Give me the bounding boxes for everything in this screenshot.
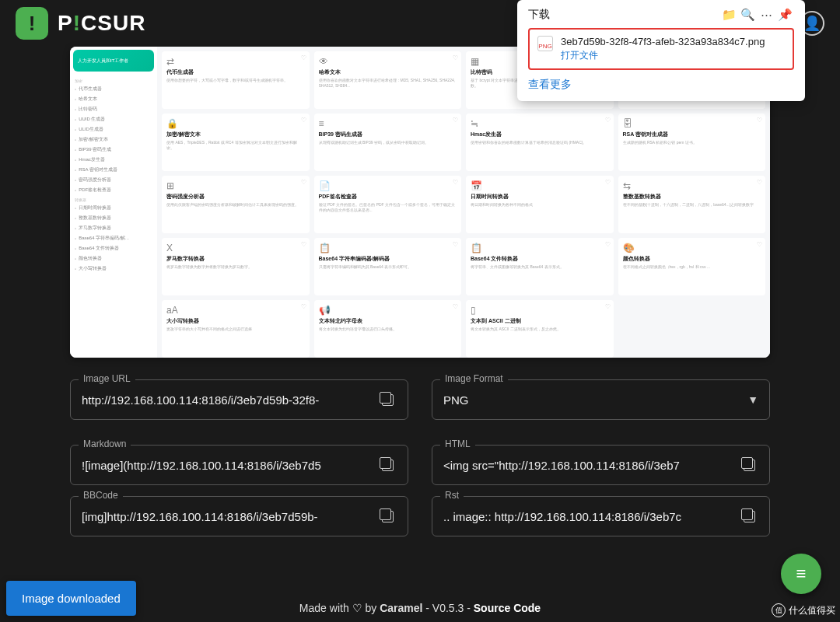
copy-button[interactable]	[378, 456, 397, 474]
preview-card: ♡▯文本到 ASCII 二进制将文本转换为其 ASCII 二进制表示形式，反之亦…	[466, 300, 614, 358]
heart-icon: ♡	[757, 179, 762, 186]
field-label: Markdown	[79, 439, 131, 449]
field-label: HTML	[440, 439, 475, 449]
image-format-value: PNG	[443, 393, 747, 407]
preview-side-item: ULID生成器	[73, 124, 154, 135]
heart-icon: ♡	[757, 241, 762, 248]
copy-button[interactable]	[378, 507, 397, 526]
preview-side-item: 代币生成器	[73, 84, 154, 94]
preview-card: ♡⇆整数基数转换器在不同的基数(十进制，十六进制，二进制，八进制，base64.…	[618, 176, 766, 233]
preview-side-item: 整数基数转换器	[73, 213, 154, 223]
preview-card: ♡📄PDF签名检查器验证 PDF 文件的签名。已签名的 PDF 文件包含一个或多…	[314, 176, 462, 233]
preview-card: ♡👁哈希文本使用你喜欢的函数对文本字符串进行哈希处理：MD5, SHA1, SH…	[314, 51, 462, 109]
download-popup: 下载 📁 🔍 ⋯ 📌 PNG 3eb7d59b-32f8-47f3-afeb-3…	[517, 0, 805, 101]
field-label: BBCode	[79, 490, 123, 501]
copy-button[interactable]	[740, 507, 758, 526]
snackbar: Image downloaded	[6, 581, 136, 616]
preview-card: ♡📅日期时间转换器将日期和时间转换为各种不同的格式	[466, 176, 614, 233]
heart-icon: ♡	[301, 54, 306, 61]
preview-card: ♡X罗马数字转换器将罗马数字转换为数字并将数字转换为罗马数字。	[162, 238, 310, 295]
footer-author: Caramel	[380, 602, 422, 614]
heart-icon: ♡	[352, 602, 362, 614]
bbcode-value[interactable]: [img]http://192.168.100.114:8186/i/3eb7d…	[82, 510, 378, 523]
image-format-field[interactable]: Image Format PNG ▼	[432, 379, 770, 420]
preview-side-item: 比特密码	[73, 104, 154, 114]
download-popup-title: 下载	[528, 8, 719, 22]
image-url-value[interactable]: http://192.168.100.114:8186/i/3eb7d59b-3…	[82, 393, 378, 407]
heart-icon: ♡	[453, 117, 458, 124]
html-field: HTML <img src="http://192.168.100.114:81…	[432, 445, 770, 485]
field-label: Image Format	[440, 373, 508, 384]
pin-icon[interactable]: 📌	[775, 8, 794, 22]
open-file-link[interactable]: 打开文件	[561, 49, 765, 62]
preview-side-item: Base64 字符串编码/解...	[73, 233, 154, 243]
heart-icon: ♡	[453, 241, 458, 248]
preview-card: ♡⇄代币生成器使用你想要的字符，大写或小写字母，数字和/或符号生成随机字符串。	[162, 51, 310, 109]
heart-icon: ♡	[301, 241, 306, 248]
preview-side-item: Base64 文件转换器	[73, 243, 154, 253]
watermark: 值 什么值得买	[772, 603, 835, 617]
download-filename: 3eb7d59b-32f8-47f3-afeb-323a93a834c7.png	[561, 36, 765, 47]
preview-card: ♡≡BIP39 密码生成器从现有或随机助记词生成 BIP39 密码，或从密码中获…	[314, 114, 462, 171]
share-fields: Image URL http://192.168.100.114:8186/i/…	[70, 365, 770, 536]
file-type-icon: PNG	[537, 36, 553, 51]
chevron-down-icon[interactable]: ▼	[747, 393, 758, 406]
preview-sidebar: 人力开发人員和IT工作者 加密代币生成器哈希文本比特密码UUID 生成器ULID…	[70, 47, 157, 358]
preview-card: ♡📋Base64 文件转换器将字符串、文件或图像等转换为其 Base64 表示形…	[466, 238, 614, 295]
rst-field: Rst .. image:: http://192.168.100.114:81…	[432, 496, 770, 536]
preview-side-item: 加密/解密文本	[73, 135, 154, 145]
preview-side-item: 颜色转换器	[73, 253, 154, 264]
preview-hero: 人力开发人員和IT工作者	[73, 50, 154, 72]
fab-menu-button[interactable]: ≡	[781, 554, 821, 594]
copy-button[interactable]	[378, 390, 397, 409]
field-label: Rst	[440, 490, 464, 501]
heart-icon: ♡	[605, 303, 611, 310]
heart-icon: ♡	[453, 179, 458, 186]
preview-card: ♡📢文本转北约字母表将文本转换为北约语音字母以进行口头传播。	[314, 300, 462, 358]
source-code-link[interactable]: Source Code	[474, 602, 541, 614]
html-value[interactable]: <img src="http://192.168.100.114:8186/i/…	[443, 459, 740, 472]
heart-icon: ♡	[301, 179, 306, 186]
heart-icon: ♡	[453, 54, 458, 61]
preview-card: ♡≒Hmac发生器使用密钥和你喜欢的哈希函数计算基于哈希的消息验证码 (HMAC…	[466, 114, 614, 171]
preview-card: ♡🔒加密/解密文本使用 AES，TripleDES，Rabbit 或 RC4 等…	[162, 114, 310, 171]
markdown-field: Markdown ![image](http://192.168.100.114…	[70, 445, 408, 485]
preview-card: ♡🎨颜色转换器在不同格式之间转换颜色（hex，rgb，hsl 和 css ...	[618, 238, 766, 295]
logo-icon: !	[16, 7, 48, 40]
more-icon[interactable]: ⋯	[757, 8, 775, 22]
image-url-field: Image URL http://192.168.100.114:8186/i/…	[70, 379, 408, 420]
preview-side-item: Hmac发生器	[73, 155, 154, 165]
preview-side-item: BIP39 密码生成	[73, 145, 154, 155]
field-label: Image URL	[79, 373, 135, 384]
heart-icon: ♡	[757, 117, 762, 124]
logo-text: P!CSUR	[58, 11, 145, 36]
preview-side-item: 罗马数字转换器	[73, 223, 154, 233]
preview-side-item: PDF签名检查器	[73, 185, 154, 195]
download-see-more[interactable]: 查看更多	[528, 78, 794, 92]
preview-side-item: RSA 密钥对生成器	[73, 165, 154, 175]
preview-side-item: 大小写转换器	[73, 264, 154, 274]
heart-icon: ♡	[453, 303, 458, 310]
preview-side-item: 哈希文本	[73, 94, 154, 104]
download-file-row[interactable]: PNG 3eb7d59b-32f8-47f3-afeb-323a93a834c7…	[528, 28, 794, 70]
heart-icon: ♡	[605, 241, 611, 248]
copy-button[interactable]	[740, 456, 758, 474]
markdown-value[interactable]: ![image](http://192.168.100.114:8186/i/3…	[82, 459, 378, 472]
preview-side-item: 日期时间转换器	[73, 203, 154, 213]
preview-card: ♡📋Base64 字符串编码器/解码器只需将字符串编码和解码为其 Base64 …	[314, 238, 462, 295]
search-icon[interactable]: 🔍	[738, 8, 757, 22]
preview-side-item: 密码强度分析器	[73, 175, 154, 185]
preview-card: ♡🗄RSA 密钥对生成器生成新的随机 RSA 私钥和公钥 pem 证书。	[618, 114, 766, 171]
watermark-icon: 值	[772, 603, 786, 617]
heart-icon: ♡	[301, 117, 306, 124]
folder-icon[interactable]: 📁	[719, 8, 738, 22]
rst-value[interactable]: .. image:: http://192.168.100.114:8186/i…	[443, 510, 740, 523]
heart-icon: ♡	[301, 303, 306, 310]
heart-icon: ♡	[605, 179, 611, 186]
preview-card: ♡⊞密码强度分析器使用此仅限客户端的密码强度分析器和破解时间估计工具来发现密码的…	[162, 176, 310, 233]
bbcode-field: BBCode [img]http://192.168.100.114:8186/…	[70, 496, 408, 536]
preview-side-item: UUID 生成器	[73, 114, 154, 124]
heart-icon: ♡	[605, 117, 611, 124]
preview-card: ♡aA大小写转换器更改字符串的大小写并在不同的格式之间进行选择	[162, 300, 310, 358]
